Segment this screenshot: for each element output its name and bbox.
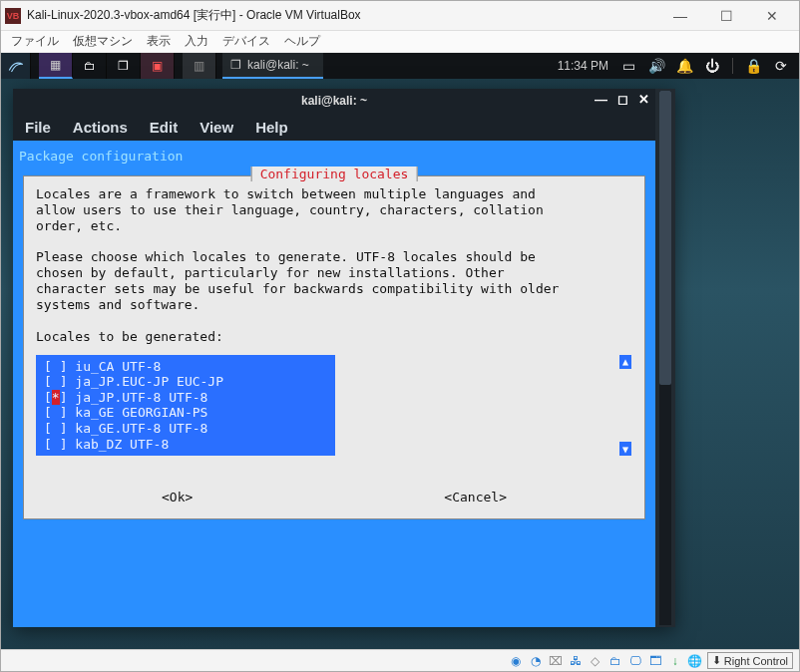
taskbar-app-files[interactable]: 🗀: [73, 53, 107, 79]
terminal-close-button[interactable]: ✕: [638, 92, 649, 107]
term-menu-view[interactable]: View: [200, 119, 233, 136]
status-optical-icon[interactable]: ◔: [528, 653, 544, 669]
locale-item[interactable]: [*] ja_JP.UTF-8 UTF-8: [44, 390, 325, 406]
kali-menu-icon[interactable]: [1, 53, 31, 79]
power-icon[interactable]: ⏻: [704, 58, 720, 74]
terminal-body[interactable]: Package configuration Configuring locale…: [13, 141, 655, 627]
terminal-titlebar[interactable]: kali@kali: ~ — ◻ ✕: [13, 89, 655, 113]
terminal-maximize-button[interactable]: ◻: [617, 92, 628, 107]
taskbar-task-title: kali@kali: ~: [247, 58, 309, 72]
kali-taskbar: ▦ 🗀 ❐ ▣ ▥ ❐ kali@kali: ~ 11:34 PM ▭ 🔊 🔔 …: [1, 53, 799, 79]
dialog-title: Configuring locales: [251, 167, 418, 181]
minimize-button[interactable]: —: [657, 2, 703, 30]
taskbar-app-1[interactable]: ▦: [39, 53, 73, 79]
menu-devices[interactable]: デバイス: [222, 33, 270, 50]
refresh-icon[interactable]: ⟳: [773, 58, 789, 74]
locale-list[interactable]: [ ] iu_CA UTF-8 [ ] ja_JP.EUC-JP EUC-JP …: [36, 355, 335, 457]
locale-item[interactable]: [ ] kab_DZ UTF-8: [44, 437, 325, 453]
taskbar-app-5[interactable]: ▥: [183, 53, 216, 79]
notifications-icon[interactable]: 🔔: [676, 58, 692, 74]
dialog-text: Locales are a framework to switch betwee…: [36, 186, 632, 345]
ok-button[interactable]: <Ok>: [162, 490, 193, 504]
locale-item[interactable]: [ ] ja_JP.EUC-JP EUC-JP: [44, 374, 325, 390]
menu-view[interactable]: 表示: [147, 33, 171, 50]
window-controls: — ☐ ✕: [657, 2, 795, 30]
terminal-scrollbar[interactable]: [655, 89, 675, 627]
term-menu-edit[interactable]: Edit: [150, 119, 178, 136]
status-shared-icon[interactable]: 🗀: [607, 653, 623, 669]
status-hdd-icon[interactable]: ◉: [508, 653, 524, 669]
status-network-icon[interactable]: 🖧: [568, 653, 584, 669]
vbox-title: Kali-Linux-2020.3-vbox-amd64 [実行中] - Ora…: [27, 7, 657, 24]
virtualbox-window: VB Kali-Linux-2020.3-vbox-amd64 [実行中] - …: [0, 0, 800, 672]
menu-help[interactable]: ヘルプ: [284, 33, 320, 50]
host-key-label: Right Control: [724, 655, 788, 667]
locales-dialog: Configuring locales Locales are a framew…: [23, 175, 645, 519]
status-globe-icon[interactable]: 🌐: [687, 653, 703, 669]
locale-item[interactable]: [ ] ka_GE GEORGIAN-PS: [44, 405, 325, 421]
scroll-down-icon[interactable]: ▼: [619, 442, 631, 456]
network-icon[interactable]: ▭: [620, 58, 636, 74]
host-key-indicator[interactable]: ⬇ Right Control: [707, 652, 793, 669]
lock-icon[interactable]: 🔒: [745, 58, 761, 74]
arrow-down-icon: ⬇: [712, 654, 721, 667]
terminal-title: kali@kali: ~: [301, 94, 367, 108]
status-capture-icon[interactable]: ↓: [667, 653, 683, 669]
taskbar-clock[interactable]: 11:34 PM: [558, 59, 608, 73]
separator: [732, 58, 733, 74]
virtualbox-icon: VB: [5, 8, 21, 24]
close-button[interactable]: ✕: [749, 2, 795, 30]
maximize-button[interactable]: ☐: [703, 2, 749, 30]
locale-scrollbar[interactable]: ▲ ▼: [618, 355, 632, 457]
scroll-up-icon[interactable]: ▲: [619, 355, 631, 369]
menu-vm[interactable]: 仮想マシン: [73, 33, 133, 50]
terminal-window: kali@kali: ~ — ◻ ✕ File Actions Edit Vie…: [13, 89, 675, 627]
scroll-track[interactable]: [659, 91, 671, 625]
taskbar-task-terminal[interactable]: ❐ kali@kali: ~: [222, 53, 323, 79]
taskbar-app-terminal[interactable]: ❐: [107, 53, 141, 79]
scroll-thumb[interactable]: [659, 91, 671, 385]
volume-icon[interactable]: 🔊: [648, 58, 664, 74]
terminal-icon: ❐: [230, 58, 241, 72]
guest-display[interactable]: ▦ 🗀 ❐ ▣ ▥ ❐ kali@kali: ~ 11:34 PM ▭ 🔊 🔔 …: [1, 53, 799, 649]
menu-file[interactable]: ファイル: [11, 33, 59, 50]
term-menu-file[interactable]: File: [25, 119, 51, 136]
status-usb-icon[interactable]: ◇: [588, 653, 603, 669]
term-menu-actions[interactable]: Actions: [73, 119, 128, 136]
vbox-statusbar: ◉ ◔ ⌧ 🖧 ◇ 🗀 🖵 🗔 ↓ 🌐 ⬇ Right Control: [1, 649, 799, 671]
vbox-titlebar[interactable]: VB Kali-Linux-2020.3-vbox-amd64 [実行中] - …: [1, 1, 799, 31]
locale-item[interactable]: [ ] iu_CA UTF-8: [44, 359, 325, 375]
taskbar-app-4[interactable]: ▣: [141, 53, 175, 79]
status-audio-icon[interactable]: ⌧: [548, 653, 564, 669]
terminal-minimize-button[interactable]: —: [595, 92, 607, 107]
menu-input[interactable]: 入力: [185, 33, 208, 50]
cancel-button[interactable]: <Cancel>: [444, 490, 507, 504]
status-display-icon[interactable]: 🖵: [627, 653, 643, 669]
locale-item[interactable]: [ ] ka_GE.UTF-8 UTF-8: [44, 421, 325, 437]
term-menu-help[interactable]: Help: [255, 119, 288, 136]
vbox-menubar: ファイル 仮想マシン 表示 入力 デバイス ヘルプ: [1, 31, 799, 53]
terminal-menubar: File Actions Edit View Help: [13, 113, 655, 141]
status-record-icon[interactable]: 🗔: [647, 653, 663, 669]
